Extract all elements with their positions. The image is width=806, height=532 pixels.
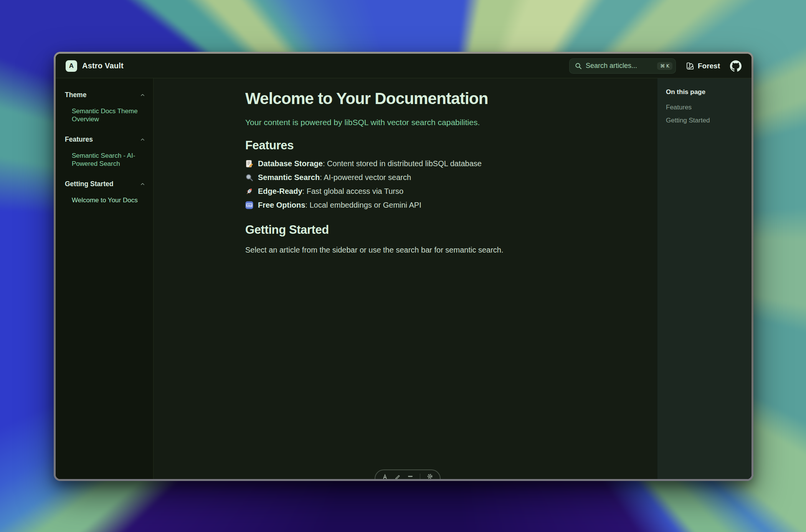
brand[interactable]: A Astro Vault [66,60,124,72]
sidebar-section-getting-started-toggle[interactable]: Getting Started [65,180,145,188]
main-content: Welcome to Your Documentation Your conte… [154,78,657,479]
toc-link-getting-started[interactable]: Getting Started [666,116,745,124]
theme-switcher-button[interactable]: Forest [686,62,720,70]
free-icon: FREE [245,201,253,209]
getting-started-heading: Getting Started [245,223,642,237]
sidebar-item-semantic-docs-theme-overview[interactable]: Semantic Docs Theme Overview [65,105,145,126]
inspect-icon[interactable] [395,473,401,479]
magnifier-icon [245,173,253,182]
toc-title: On this page [666,88,745,96]
on-this-page-panel: On this page Features Getting Started [657,78,751,479]
sidebar-section-features: Features Semantic Search - AI-Powered Se… [65,135,145,170]
app-header: A Astro Vault Search articles... ⌘ K [56,54,751,78]
rocket-icon [245,187,253,195]
search-icon [575,63,582,69]
feature-text: Free Options: Local embeddings or Gemini… [258,200,421,210]
sidebar-section-label: Theme [65,91,86,99]
sidebar-section-label: Features [65,135,93,144]
feature-item-semantic-search: Semantic Search: AI-powered vector searc… [245,172,642,182]
feature-text: Edge-Ready: Fast global access via Turso [258,186,403,196]
page-subtitle: Your content is powered by libSQL with v… [245,117,642,127]
memo-icon [245,160,253,168]
features-heading: Features [245,139,642,152]
search-placeholder: Search articles... [586,62,657,70]
github-link[interactable] [730,60,742,72]
search-input[interactable]: Search articles... ⌘ K [569,58,676,74]
svg-text:FREE: FREE [246,204,252,207]
feature-text: Database Storage: Content stored in dist… [258,159,482,169]
features-list: Database Storage: Content stored in dist… [245,159,642,210]
feature-item-database-storage: Database Storage: Content stored in dist… [245,159,642,169]
theme-button-label: Forest [698,62,720,70]
sidebar-section-getting-started: Getting Started Welcome to Your Docs [65,180,145,207]
feature-item-free-options: FREE Free Options: Local embeddings or G… [245,200,642,210]
app-title: Astro Vault [82,61,124,70]
github-icon [730,60,742,72]
settings-gear-icon[interactable] [427,473,433,479]
chevron-up-icon [140,137,145,142]
app-logo-letter: A [69,62,74,70]
dev-toolbar-separator [420,474,420,479]
app-window: A Astro Vault Search articles... ⌘ K [54,52,753,481]
theme-swatch-icon [686,62,694,70]
feature-text: Semantic Search: AI-powered vector searc… [258,172,411,182]
sidebar-section-features-toggle[interactable]: Features [65,135,145,143]
sidebar-section-theme: Theme Semantic Docs Theme Overview [65,91,145,126]
toc-link-features[interactable]: Features [666,103,745,111]
app-logo: A [66,60,77,72]
feature-item-edge-ready: Edge-Ready: Fast global access via Turso [245,186,642,196]
sidebar-item-welcome-to-your-docs[interactable]: Welcome to Your Docs [65,194,145,207]
audit-icon[interactable] [407,473,413,479]
sidebar-section-label: Getting Started [65,180,113,188]
keyboard-shortcut-badge: ⌘ K [657,62,672,70]
chevron-up-icon [140,92,145,98]
dev-toolbar[interactable] [375,469,441,479]
sidebar-section-theme-toggle[interactable]: Theme [65,91,145,99]
astro-logo-icon[interactable] [382,473,388,479]
chevron-up-icon [140,181,145,187]
sidebar: Theme Semantic Docs Theme Overview Featu… [56,78,154,479]
header-actions: Search articles... ⌘ K Forest [569,58,742,74]
app-body: Theme Semantic Docs Theme Overview Featu… [56,78,751,479]
sidebar-item-semantic-search[interactable]: Semantic Search - AI-Powered Search [65,149,145,170]
getting-started-text: Select an article from the sidebar or us… [245,245,514,255]
page-title: Welcome to Your Documentation [245,90,642,107]
window-content: A Astro Vault Search articles... ⌘ K [56,54,751,479]
